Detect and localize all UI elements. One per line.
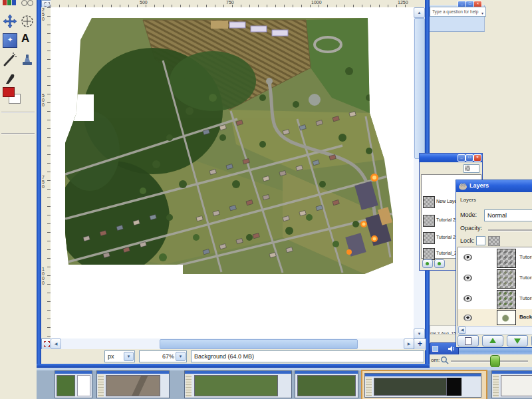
history-thumb xyxy=(423,248,435,260)
visibility-eye-icon[interactable] xyxy=(464,295,472,302)
visibility-eye-icon[interactable] xyxy=(464,315,472,321)
fg-color-swatch[interactable] xyxy=(3,87,15,97)
pattern-square-icon[interactable]: ✦ xyxy=(3,33,17,48)
unit-combo[interactable]: px ▼ xyxy=(104,350,135,362)
filmstrip-thumbnail[interactable] xyxy=(96,370,170,398)
layer-row[interactable]: Tutoria xyxy=(458,247,532,268)
left-arrow-icon: ◀ xyxy=(55,342,58,346)
ruler-label: 250 xyxy=(42,7,47,21)
filmstrip-thumbnail[interactable] xyxy=(295,370,358,398)
scroll-up-button[interactable]: ▲ xyxy=(414,7,425,18)
mode-value: Normal xyxy=(487,212,507,219)
ruler-label: 500 xyxy=(42,93,47,107)
status-bar: px ▼ 67% ▼ Background (64.0 MB) xyxy=(41,349,425,364)
raise-layer-button[interactable] xyxy=(482,335,503,346)
circle-select-icon[interactable] xyxy=(19,13,35,29)
scroll-left-button[interactable]: ◀ xyxy=(51,338,61,349)
close-button[interactable]: × xyxy=(473,154,481,162)
filmstrip-thumbnail[interactable] xyxy=(491,370,532,398)
layer-name: Backg xyxy=(519,314,532,320)
thumb-image xyxy=(501,375,532,396)
combo-thumb-icon xyxy=(465,166,470,171)
clone-stamp-icon[interactable] xyxy=(19,52,35,68)
airbrush-icon[interactable] xyxy=(2,52,18,68)
layers-list[interactable]: Tutoria Tutoria Tutoria Backg xyxy=(458,247,532,327)
thumb-image xyxy=(106,375,160,396)
new-layer-button[interactable] xyxy=(458,335,479,346)
zoom-slider-handle[interactable] xyxy=(490,355,500,368)
help-dropdown-icon[interactable]: ▼ xyxy=(481,9,484,18)
rings-icon[interactable] xyxy=(21,0,33,6)
history-undo-button[interactable] xyxy=(422,259,433,268)
visibility-eye-icon[interactable] xyxy=(464,254,472,261)
zoom-slider-bar: om: xyxy=(430,354,532,368)
pan-icon: + xyxy=(418,339,422,348)
layer-thumbnail[interactable] xyxy=(497,269,516,289)
text-tool-icon[interactable]: A xyxy=(21,32,29,45)
aerial-city-image xyxy=(63,18,396,276)
toolbox-divider xyxy=(1,112,35,113)
move-tool-icon[interactable] xyxy=(2,13,18,29)
zoom-slider-track[interactable] xyxy=(451,360,528,362)
lower-layer-button[interactable] xyxy=(507,335,528,346)
unit-dropdown-icon[interactable]: ▼ xyxy=(124,352,134,361)
help-question-text: Type a question for help xyxy=(432,9,478,14)
horizontal-scroll-thumb[interactable] xyxy=(160,339,358,349)
vertical-ruler[interactable]: 250 500 750 1000 xyxy=(41,7,51,338)
ink-tool-icon[interactable] xyxy=(2,70,18,86)
unit-value: px xyxy=(108,353,114,360)
layer-row-selected[interactable]: Backg xyxy=(458,309,532,326)
opacity-label: Opacity: xyxy=(460,225,482,231)
layer-row[interactable]: Tutoria xyxy=(458,268,532,289)
layers-dialog-title: Layers xyxy=(469,182,489,189)
undo-glyph xyxy=(426,262,429,265)
scroll-left-button[interactable]: ◀ xyxy=(458,327,466,334)
ring xyxy=(21,0,27,6)
caption-text: rial 2-Aug. 15, 001 xyxy=(430,331,459,334)
color-swatches-icon[interactable] xyxy=(3,0,16,6)
filmstrip-thumbnail[interactable] xyxy=(55,370,92,398)
zoom-combo[interactable]: 67% ▼ xyxy=(139,350,187,362)
layers-dialog-titlebar[interactable]: Layers xyxy=(456,180,532,192)
layer-thumbnail[interactable] xyxy=(497,290,516,309)
image-selector-combo[interactable] xyxy=(464,164,479,173)
ruler-label: 750 xyxy=(42,175,47,189)
zoom-dropdown-icon[interactable]: ▼ xyxy=(176,352,186,361)
layer-thumbnail[interactable] xyxy=(497,310,516,325)
swatch-green xyxy=(7,0,11,5)
thumb-titlebar xyxy=(97,371,169,374)
thumb-titlebar xyxy=(295,371,358,374)
history-thumb xyxy=(423,232,435,244)
restore-button[interactable]: □ xyxy=(466,154,473,162)
mode-combo[interactable]: Normal xyxy=(484,209,532,221)
minimize-button[interactable]: _ xyxy=(458,154,466,162)
picture-caption-fragment: rial 2-Aug. 15, 001 xyxy=(430,325,459,334)
swatch-red xyxy=(3,0,7,5)
filmstrip-thumbnail[interactable] xyxy=(184,370,292,398)
scroll-right-button[interactable]: ▶ xyxy=(404,338,414,349)
taskbar-fragment[interactable] xyxy=(430,342,459,355)
volume-icon[interactable] xyxy=(448,345,456,352)
thumb-window xyxy=(364,373,481,398)
layer-row[interactable]: Tutoria xyxy=(458,289,532,309)
vertical-scroll-thumb[interactable] xyxy=(414,18,425,159)
thumb-toolbox xyxy=(98,374,104,397)
history-thumb xyxy=(423,215,435,227)
gimp-image-window: 500 750 1000 1250 250 500 750 1000 xyxy=(37,0,430,368)
filmstrip-thumbnail-selected[interactable] xyxy=(361,370,487,399)
fg-bg-color-swatch[interactable] xyxy=(3,87,23,104)
help-question-box[interactable]: Type a question for help ▼ xyxy=(430,7,486,17)
visibility-eye-icon[interactable] xyxy=(464,275,472,281)
lock-alpha-button[interactable] xyxy=(488,236,500,246)
horizontal-scrollbar[interactable]: ◀ ▶ xyxy=(51,338,414,349)
history-redo-button[interactable] xyxy=(434,259,445,268)
lock-checkbox[interactable] xyxy=(476,236,485,245)
scroll-down-button[interactable]: ▼ xyxy=(414,329,425,339)
layers-list-scrollbar[interactable]: ◀ xyxy=(458,326,532,334)
image-canvas[interactable] xyxy=(51,7,414,338)
opacity-slider[interactable] xyxy=(488,229,532,231)
layer-thumbnail[interactable] xyxy=(497,249,516,268)
history-dialog-titlebar[interactable]: _ □ × xyxy=(420,154,482,162)
thumb-titlebar xyxy=(492,371,532,374)
status-message: Background (64.0 MB) xyxy=(194,353,254,360)
